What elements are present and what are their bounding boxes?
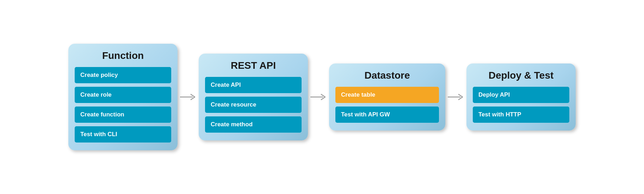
item-btn-restapi-2[interactable]: Create method [205,116,302,133]
item-btn-deploy-1[interactable]: Test with HTTP [473,107,569,123]
item-btn-datastore-1[interactable]: Test with API GW [335,107,439,123]
panel-function: FunctionCreate policyCreate roleCreate f… [68,44,178,150]
arrow-1 [308,90,329,104]
panel-restapi: REST APICreate APICreate resourceCreate … [199,54,308,140]
item-btn-function-1[interactable]: Create role [75,87,171,103]
panel-title-deploy: Deploy & Test [473,70,569,81]
panel-items-datastore: Create tableTest with API GW [335,87,439,123]
diagram: FunctionCreate policyCreate roleCreate f… [58,37,586,157]
item-btn-function-2[interactable]: Create function [75,107,171,123]
item-btn-deploy-0[interactable]: Deploy API [473,87,569,103]
item-btn-datastore-0[interactable]: Create table [335,87,439,103]
arrow-0 [178,90,199,104]
arrow-2 [445,90,466,104]
item-btn-function-0[interactable]: Create policy [75,67,171,83]
item-btn-restapi-0[interactable]: Create API [205,77,302,93]
panel-title-datastore: Datastore [335,70,439,81]
panel-items-deploy: Deploy APITest with HTTP [473,87,569,123]
item-btn-restapi-1[interactable]: Create resource [205,97,302,113]
panel-items-function: Create policyCreate roleCreate functionT… [75,67,171,143]
panel-title-restapi: REST API [205,60,302,71]
panel-datastore: DatastoreCreate tableTest with API GW [329,63,445,131]
panel-title-function: Function [75,50,171,61]
item-btn-function-3[interactable]: Test with CLI [75,126,171,143]
panel-deploy: Deploy & TestDeploy APITest with HTTP [466,63,576,131]
panel-items-restapi: Create APICreate resourceCreate method [205,77,302,133]
